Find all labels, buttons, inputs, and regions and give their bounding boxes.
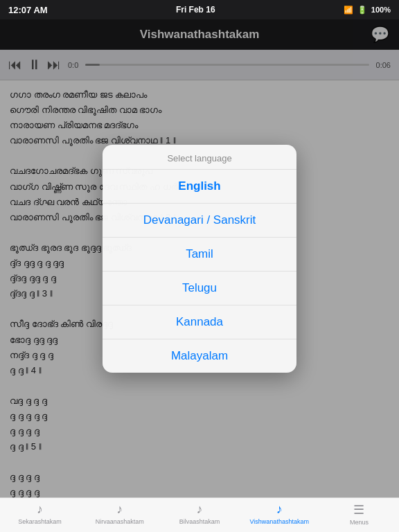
tab-bar: ♪ Sekarashtakam ♪ Nirvaanashaktam ♪ Bilv… [0,497,399,532]
language-overlay[interactable]: Select language English Devanagari / San… [0,19,399,497]
tab-bilvaashtakam[interactable]: ♪ Bilvaashtakam [159,498,239,532]
language-kannada[interactable]: Kannada [103,305,296,339]
language-popup: Select language English Devanagari / San… [103,145,296,373]
language-tamil[interactable]: Tamil [103,238,296,272]
tab-vishwanathashtakam[interactable]: ♪ Vishwanathashtakam [240,498,319,532]
language-english[interactable]: English [103,170,296,204]
battery-icon: 🔋 [357,6,367,15]
tab-sekarashtakam[interactable]: ♪ Sekarashtakam [0,498,80,532]
status-icons: 📶 🔋 100% [344,6,391,15]
tab-icon-vishwanathashtakam: ♪ [276,502,283,517]
battery-pct: 100% [371,6,391,14]
wifi-icon: 📶 [344,6,353,15]
tab-icon-nirvaanashaktam: ♪ [116,502,123,517]
tab-icon-menus: ☰ [353,502,364,517]
status-bar: 12:07 AM Fri Feb 16 📶 🔋 100% [0,0,399,19]
tab-icon-sekarashtakam: ♪ [37,502,43,517]
tab-icon-bilvaashtakam: ♪ [197,502,203,517]
popup-title: Select language [103,145,296,170]
tab-label-vishwanathashtakam: Vishwanathashtakam [250,518,309,525]
language-telugu[interactable]: Telugu [103,272,296,305]
tab-nirvaanashaktam[interactable]: ♪ Nirvaanashaktam [80,498,159,532]
tab-label-bilvaashtakam: Bilvaashtakam [179,518,220,525]
language-devanagari[interactable]: Devanagari / Sanskrit [103,204,296,238]
tab-label-nirvaanashaktam: Nirvaanashaktam [96,518,144,525]
status-date: Fri Feb 16 [176,5,215,15]
status-time: 12:07 AM [8,5,48,15]
tab-menus[interactable]: ☰ Menus [319,498,399,532]
tab-label-menus: Menus [350,519,369,526]
tab-label-sekarashtakam: Sekarashtakam [18,518,62,525]
language-malayalam[interactable]: Malayalam [103,339,296,373]
